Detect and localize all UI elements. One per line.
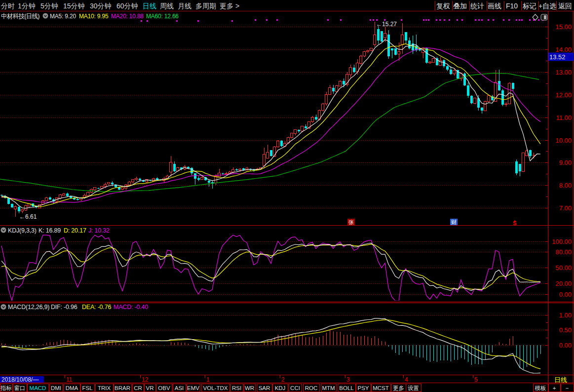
svg-text:0.50: 0.50 xyxy=(559,326,572,334)
svg-text:−: − xyxy=(566,385,569,391)
svg-text:0.00: 0.00 xyxy=(559,291,572,298)
svg-text:统计: 统计 xyxy=(470,2,484,10)
svg-text:4: 4 xyxy=(405,376,408,383)
svg-text:80.00: 80.00 xyxy=(555,248,572,256)
svg-text:MACD(12,26,9): MACD(12,26,9) xyxy=(8,304,49,311)
svg-text:20.00: 20.00 xyxy=(555,280,572,287)
svg-text:模板: 模板 xyxy=(535,385,546,391)
svg-text:复权: 复权 xyxy=(436,2,450,10)
svg-text:D: 20.17: D: 20.17 xyxy=(64,227,86,234)
svg-text:0.00: 0.00 xyxy=(559,342,572,349)
svg-text:1分钟: 1分钟 xyxy=(18,2,36,10)
svg-text:PSY: PSY xyxy=(357,385,369,391)
svg-text:14.00: 14.00 xyxy=(555,46,572,53)
svg-text:2: 2 xyxy=(281,376,285,383)
svg-text:+自选: +自选 xyxy=(538,2,557,10)
svg-text:1: 1 xyxy=(206,376,210,383)
svg-text:EMV: EMV xyxy=(187,385,199,391)
svg-text:BOLL: BOLL xyxy=(339,385,354,391)
svg-text:WR: WR xyxy=(245,385,254,391)
svg-text:DEA: -0.76: DEA: -0.76 xyxy=(82,304,111,311)
svg-text:11.00: 11.00 xyxy=(556,114,572,121)
svg-text:DMI: DMI xyxy=(51,385,61,391)
svg-text:1.00: 1.00 xyxy=(559,312,572,319)
svg-text:VOL-TDX: VOL-TDX xyxy=(203,385,228,391)
svg-text:RSI: RSI xyxy=(232,385,241,391)
svg-text:KDJ(9,3,3): KDJ(9,3,3) xyxy=(8,227,37,234)
svg-text:ROC: ROC xyxy=(305,385,318,391)
svg-text:+: + xyxy=(553,385,556,391)
svg-text:MTM: MTM xyxy=(322,385,335,391)
svg-text:100.00: 100.00 xyxy=(552,238,572,245)
svg-text:60分钟: 60分钟 xyxy=(116,2,138,10)
svg-text:周线: 周线 xyxy=(160,2,174,10)
svg-text:←6.61: ←6.61 xyxy=(19,213,37,220)
svg-text:叠加: 叠加 xyxy=(453,2,467,10)
svg-text:DIF: -0.96: DIF: -0.96 xyxy=(51,304,77,311)
svg-text:2018/10/08/—: 2018/10/08/— xyxy=(1,376,38,383)
svg-text:分时: 分时 xyxy=(1,2,15,10)
svg-text:3: 3 xyxy=(346,376,350,383)
svg-text:F10: F10 xyxy=(506,2,518,10)
svg-text:更多: 更多 xyxy=(393,385,404,391)
svg-text:多周期: 多周期 xyxy=(195,2,216,10)
svg-text:12: 12 xyxy=(142,376,149,383)
svg-text:窗口: 窗口 xyxy=(14,385,26,391)
svg-text:13.52: 13.52 xyxy=(549,53,566,61)
svg-text:CCI: CCI xyxy=(290,385,300,391)
svg-text:15.00: 15.00 xyxy=(555,23,572,31)
svg-text:画线: 画线 xyxy=(488,2,501,10)
svg-text:TRIX: TRIX xyxy=(98,385,111,391)
svg-text:11: 11 xyxy=(66,376,73,383)
svg-text:15分钟: 15分钟 xyxy=(63,2,85,10)
svg-text:KDJ: KDJ xyxy=(275,385,286,391)
svg-text:CR: CR xyxy=(134,385,142,391)
svg-text:中材科技(日线): 中材科技(日线) xyxy=(1,13,39,20)
svg-text:MACD: -0.40: MACD: -0.40 xyxy=(114,304,148,311)
svg-text:FSL: FSL xyxy=(82,385,93,391)
svg-text:K: 16.89: K: 16.89 xyxy=(38,227,61,234)
svg-text:7.00: 7.00 xyxy=(559,204,572,212)
svg-text:更多 >: 更多 > xyxy=(220,2,239,10)
svg-text:J: 10.32: J: 10.32 xyxy=(88,227,110,234)
svg-text:8.00: 8.00 xyxy=(559,182,572,189)
svg-text:SAR: SAR xyxy=(259,385,270,391)
svg-text:日线: 日线 xyxy=(554,376,567,384)
svg-text:ASI: ASI xyxy=(175,385,184,391)
svg-text:MA60: 12.66: MA60: 12.66 xyxy=(146,13,179,20)
svg-text:返回: 返回 xyxy=(558,2,572,10)
svg-text:月线: 月线 xyxy=(178,2,191,10)
svg-text:设置: 设置 xyxy=(408,385,419,391)
svg-text:OBV: OBV xyxy=(158,385,170,391)
svg-text:MACD: MACD xyxy=(30,385,46,391)
svg-text:财: 财 xyxy=(451,219,457,225)
svg-text:指标: 指标 xyxy=(0,385,12,391)
svg-text:BRAR: BRAR xyxy=(115,385,130,391)
svg-text:张: 张 xyxy=(348,219,354,225)
svg-text:日线: 日线 xyxy=(143,2,156,10)
svg-text:VR: VR xyxy=(146,385,154,391)
svg-text:5: 5 xyxy=(474,376,478,383)
svg-text:MCST: MCST xyxy=(373,385,389,391)
svg-text:←15.27: ←15.27 xyxy=(376,21,397,28)
svg-text:MA5: 9.20: MA5: 9.20 xyxy=(50,13,76,20)
svg-text:MA20: 10.88: MA20: 10.88 xyxy=(111,13,144,20)
svg-text:DMA: DMA xyxy=(66,385,78,391)
svg-text:标记: 标记 xyxy=(522,2,536,10)
svg-text:10.00: 10.00 xyxy=(555,137,572,144)
svg-text:30分钟: 30分钟 xyxy=(90,2,112,10)
svg-text:5分钟: 5分钟 xyxy=(40,2,58,10)
svg-text:9.00: 9.00 xyxy=(559,159,572,166)
svg-text:MA10: 9.95: MA10: 9.95 xyxy=(79,13,109,20)
svg-text:12.00: 12.00 xyxy=(555,91,572,99)
svg-text:50.00: 50.00 xyxy=(555,264,572,272)
svg-text:13.00: 13.00 xyxy=(555,69,572,76)
